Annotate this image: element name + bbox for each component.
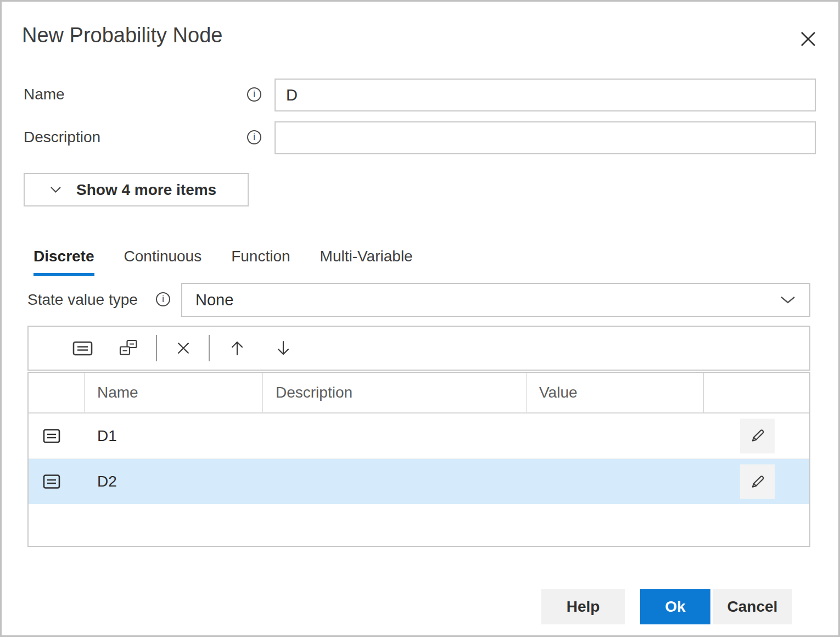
duplicate-state-button[interactable] (113, 333, 144, 364)
header-name: Name (85, 373, 263, 412)
delete-state-button[interactable] (168, 333, 199, 364)
state-value-type-value: None (195, 291, 780, 309)
header-value: Value (527, 373, 704, 412)
header-edit-column (704, 373, 809, 412)
close-icon (798, 29, 818, 49)
chevron-down-icon (780, 295, 796, 304)
edit-state-button[interactable] (740, 418, 775, 453)
tab-continuous[interactable]: Continuous (124, 248, 202, 276)
name-label: Name (24, 86, 65, 103)
state-name-cell: D2 (97, 473, 117, 490)
delete-x-icon (176, 340, 191, 356)
add-state-button[interactable] (67, 333, 98, 364)
distribution-tabs: Discrete Continuous Function Multi-Varia… (33, 248, 413, 276)
info-glyph: i (253, 132, 255, 142)
name-info-icon[interactable]: i (247, 87, 261, 102)
arrow-down-icon (276, 340, 291, 356)
info-glyph: i (162, 294, 164, 304)
arrow-up-icon (229, 340, 245, 356)
toolbar-divider (156, 335, 157, 361)
pencil-icon (748, 427, 767, 445)
chevron-down-icon (50, 186, 61, 193)
state-value-type-label: State value type (27, 291, 138, 309)
move-state-up-button[interactable] (222, 333, 253, 364)
state-card-icon (43, 428, 60, 444)
description-info-icon[interactable]: i (247, 130, 261, 144)
state-value-type-info-icon[interactable]: i (156, 292, 170, 306)
edit-state-button[interactable] (740, 465, 775, 499)
tab-multi-variable[interactable]: Multi-Variable (320, 248, 413, 276)
new-probability-node-dialog: New Probability Node Name i Description … (0, 0, 840, 637)
state-row-d1[interactable]: D1 (29, 414, 809, 459)
move-state-down-button[interactable] (268, 333, 299, 364)
ok-button[interactable]: Ok (640, 589, 710, 624)
state-row-d2-selected[interactable]: D2 (29, 459, 809, 504)
pencil-icon (748, 472, 767, 491)
state-name-cell: D1 (97, 427, 117, 445)
state-value-type-dropdown[interactable]: None (181, 283, 810, 317)
show-more-items-button[interactable]: Show 4 more items (24, 173, 249, 206)
header-description: Description (263, 373, 527, 412)
states-toolbar (27, 326, 810, 371)
states-table: Name Description Value D1 (27, 372, 810, 547)
toolbar-divider (209, 335, 210, 361)
help-button[interactable]: Help (541, 589, 625, 624)
cancel-button[interactable]: Cancel (713, 589, 792, 624)
tab-function[interactable]: Function (231, 248, 290, 276)
dialog-title: New Probability Node (22, 24, 222, 47)
show-more-items-label: Show 4 more items (76, 181, 216, 199)
name-input[interactable] (275, 79, 816, 111)
tab-discrete[interactable]: Discrete (33, 248, 94, 276)
info-glyph: i (253, 90, 255, 99)
description-input[interactable] (275, 121, 816, 154)
state-card-icon (43, 474, 60, 489)
description-label: Description (24, 128, 100, 146)
add-state-icon (72, 340, 93, 356)
states-table-header: Name Description Value (29, 373, 809, 414)
duplicate-state-icon (119, 339, 138, 357)
close-button[interactable] (797, 28, 819, 50)
header-icon-column (29, 373, 85, 412)
